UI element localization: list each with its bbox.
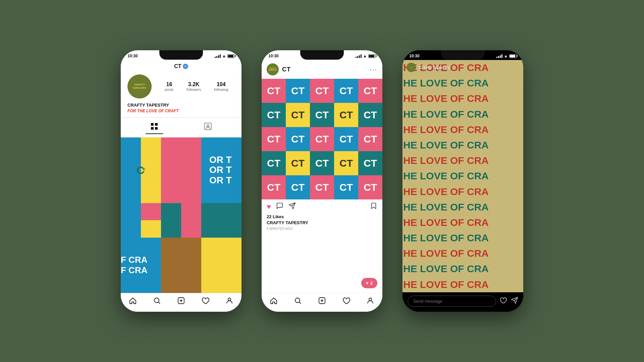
story-text-15: HE LOVE OF CRA	[402, 277, 523, 292]
post-nav-add[interactable]	[318, 297, 326, 307]
grid-cell-1[interactable]: C T	[121, 137, 161, 203]
profile-top: CT ✓	[127, 63, 235, 69]
story-text-12: HE LOVE OF CRA	[402, 230, 523, 246]
post-nav-profile[interactable]	[366, 297, 374, 307]
story-text-2: HE LOVE OF CRA	[402, 75, 523, 91]
battery-icon-3	[509, 54, 517, 58]
svg-line-15	[300, 302, 301, 304]
like-icon[interactable]: ♥	[267, 202, 271, 211]
nav-profile-icon[interactable]	[225, 297, 233, 307]
nav-heart-icon[interactable]	[201, 297, 209, 307]
tab-grid[interactable]	[146, 121, 163, 134]
grid-cell-8[interactable]	[161, 238, 201, 293]
stats-container: 16 posts 3.2K followers 104 following	[158, 81, 235, 92]
post-caption: CRAFTY TAPESTRY	[262, 219, 382, 226]
following-stat: 104 following	[214, 81, 228, 92]
profile-bio: FOR THE LOVE OF CRAFT	[127, 109, 235, 113]
save-icon[interactable]	[370, 202, 377, 212]
phone-3-screen: HE LOVE OF CRA HE LOVE OF CRA HE LOVE OF…	[402, 60, 523, 312]
post-nav-search[interactable]	[294, 297, 302, 307]
phone-3-status-icons: ▲	[496, 54, 517, 58]
comment-icon[interactable]	[276, 202, 283, 212]
post-image: CT CT CT CT CT CT CT CT CT CT CT CT CT C…	[262, 79, 382, 199]
posts-stat: 16 posts	[165, 81, 173, 92]
posts-grid: C T OR TOR TOR T	[121, 137, 241, 293]
signal-icon	[215, 54, 221, 58]
story-header-bar: CT Crafty Tapestry	[402, 60, 523, 75]
grid-cell-9[interactable]	[201, 238, 241, 293]
story-send-icon[interactable]	[511, 297, 518, 306]
svg-rect-0	[151, 123, 154, 126]
post-bottom-nav	[262, 293, 382, 312]
post-avatar: CRAFTY TAPESTRY	[267, 63, 279, 75]
posts-count: 16	[166, 81, 172, 87]
grid-cell-6[interactable]	[201, 203, 241, 238]
grid-cell-2[interactable]	[161, 137, 201, 203]
story-text-11: HE LOVE OF CRA	[402, 215, 523, 230]
story-text-5: HE LOVE OF CRA	[402, 122, 523, 137]
phone-1-status-icons: ▲	[215, 54, 235, 58]
profile-header: CT ✓ CRAFTY TAPESTRY 16 posts	[121, 60, 241, 137]
post-more-icon[interactable]: ···	[370, 66, 377, 73]
story-bottom	[402, 292, 523, 312]
story-heart-icon[interactable]	[499, 297, 507, 306]
story-text-13: HE LOVE OF CRA	[402, 246, 523, 261]
svg-rect-2	[151, 127, 154, 130]
followers-label: followers	[186, 87, 201, 92]
svg-point-11	[228, 298, 231, 301]
story-text-4: HE LOVE OF CRA	[402, 107, 523, 122]
svg-rect-3	[155, 127, 158, 130]
avatar-text: CRAFTY TAPESTRY	[132, 83, 147, 89]
avatar: CRAFTY TAPESTRY	[127, 74, 152, 99]
followers-stat: 3.2K followers	[186, 81, 201, 92]
story-text-7: HE LOVE OF CRA	[402, 153, 523, 168]
notification-heart: ♥	[366, 281, 369, 286]
profile-stats-row: CRAFTY TAPESTRY 16 posts 3.2K followers …	[127, 74, 235, 99]
username-text: CT	[174, 63, 181, 69]
story-text-8: HE LOVE OF CRA	[402, 168, 523, 184]
story-text-3: HE LOVE OF CRA	[402, 91, 523, 106]
svg-point-5	[207, 125, 209, 127]
grid-cell-5[interactable]	[161, 203, 201, 238]
tab-tagged[interactable]	[199, 121, 217, 134]
following-label: following	[214, 87, 228, 92]
phone-2-notch	[300, 50, 344, 60]
signal-icon-2	[356, 54, 362, 58]
post-avatar-line2: TAPESTRY	[268, 69, 277, 71]
wifi-icon-3: ▲	[504, 54, 508, 58]
signal-icon-3	[496, 54, 502, 58]
story-text-14: HE LOVE OF CRA	[402, 261, 523, 277]
profile-tabs	[127, 118, 235, 137]
followers-count: 3.2K	[188, 81, 200, 87]
phone-2: 10:30 ▲ CRAFTY TAPESTRY CT ···	[262, 50, 382, 312]
wifi-icon-2: ▲	[363, 54, 367, 58]
grid-cell-4[interactable]	[121, 203, 161, 238]
phone-3-time: 10:30	[409, 54, 420, 58]
profile-username-display: CT ✓	[174, 63, 188, 69]
svg-rect-1	[155, 123, 158, 126]
post-nav-home[interactable]	[270, 297, 278, 307]
post-actions: ♥	[262, 199, 382, 214]
battery-icon	[227, 54, 235, 58]
story-message-input[interactable]	[408, 296, 496, 307]
phone-3-notch	[441, 50, 485, 60]
notification-floating[interactable]: ♥ 2	[361, 278, 377, 288]
nav-add-icon[interactable]	[177, 297, 185, 307]
likes-count: 22 Likes	[262, 214, 382, 219]
phone-3: 10:30 ▲ HE LOVE OF CRA HE LOVE OF CRA HE…	[402, 50, 523, 312]
svg-point-14	[295, 298, 300, 303]
grid-cell-3[interactable]: OR TOR TOR T	[201, 137, 241, 203]
post-nav-heart[interactable]	[342, 297, 350, 307]
story-username: Crafty Tapestry	[419, 65, 450, 70]
phone-1-time: 10:30	[127, 54, 138, 58]
post-avatar-text: CRAFTY TAPESTRY	[268, 68, 277, 71]
share-icon[interactable]	[288, 202, 296, 212]
phone-2-time: 10:30	[268, 54, 279, 58]
nav-search-icon[interactable]	[153, 297, 161, 307]
svg-point-19	[369, 298, 372, 301]
bio-italic: FOR THE LOVE OF CRAFT	[127, 109, 179, 113]
grid-cell-7[interactable]: F CRAF CRA	[121, 238, 161, 293]
grid-cra-text: F CRAF CRA	[121, 255, 147, 276]
nav-home-icon[interactable]	[129, 297, 137, 307]
avatar-line2: TAPESTRY	[132, 86, 147, 90]
